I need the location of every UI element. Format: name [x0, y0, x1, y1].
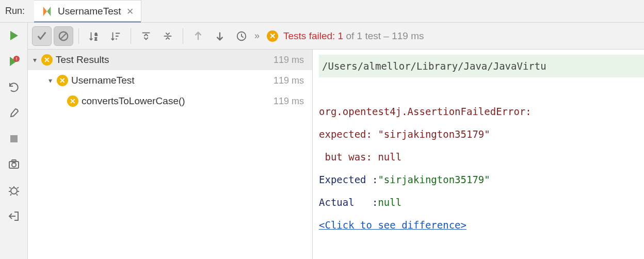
sort-alpha-icon[interactable]: az — [84, 26, 104, 46]
error-line: org.opentest4j.AssertionFailedError: — [319, 100, 644, 123]
stop-icon[interactable] — [6, 131, 22, 147]
debug-icon[interactable] — [6, 183, 22, 198]
error-line: but was: null — [319, 145, 644, 168]
cmd-line: /Users/almellor/Library/Java/JavaVirtu — [319, 55, 644, 77]
chevron-down-icon[interactable]: ▾ — [30, 56, 39, 64]
sort-duration-icon[interactable] — [106, 26, 125, 46]
status-summary-text: of 1 test – 119 ms — [343, 30, 424, 41]
run-config-icon — [41, 6, 53, 17]
tree-root-label: Test Results — [56, 54, 109, 66]
expected-line: Expected :"sirjakington35179" — [319, 168, 644, 191]
error-line: expected: "sirjakington35179" — [319, 123, 644, 145]
test-toolbar: az » ✕ Tests failed: 1 of 1 test – 119 m… — [28, 23, 644, 50]
status-failed-icon: ✕ — [267, 30, 278, 42]
fail-badge-icon: ✕ — [57, 75, 68, 86]
fail-badge-icon: ✕ — [41, 54, 53, 66]
actual-line: Actual :null — [319, 191, 644, 214]
tab-usernametest[interactable]: UsernameTest ✕ — [34, 0, 141, 22]
show-passed-toggle[interactable] — [32, 26, 52, 46]
dump-icon[interactable] — [6, 157, 22, 172]
chevron-down-icon[interactable]: ▾ — [45, 76, 55, 85]
next-fail-icon[interactable] — [210, 26, 230, 46]
tree-class-duration: 119 ms — [273, 75, 304, 86]
close-icon[interactable]: ✕ — [126, 6, 134, 17]
see-difference-link[interactable]: <Click to see difference> — [319, 219, 466, 231]
svg-point-6 — [11, 188, 17, 194]
rerun-failed-icon[interactable]: ! — [6, 54, 22, 69]
svg-rect-2 — [10, 135, 18, 142]
expand-all-icon[interactable] — [136, 26, 156, 46]
tree-root-row[interactable]: ▾ ✕ Test Results 119 ms — [28, 50, 312, 70]
settings-icon[interactable] — [6, 105, 22, 121]
svg-text:a: a — [95, 32, 98, 37]
svg-text:!: ! — [15, 56, 17, 61]
svg-point-4 — [12, 163, 16, 167]
tree-method-label: convertsToLowerCase() — [82, 95, 185, 107]
fail-badge-icon: ✕ — [67, 95, 78, 107]
tree-root-duration: 119 ms — [273, 55, 304, 66]
svg-text:z: z — [95, 37, 97, 41]
status-failed-text: Tests failed: 1 — [283, 30, 343, 41]
tab-title: UsernameTest — [58, 6, 121, 17]
tree-method-duration: 119 ms — [273, 96, 304, 107]
run-gutter: ! — [0, 23, 28, 259]
run-label: Run: — [0, 6, 34, 17]
history-icon[interactable] — [232, 26, 251, 46]
collapse-all-icon[interactable] — [158, 26, 178, 46]
tree-class-label: UsernameTest — [71, 75, 135, 86]
more-icon[interactable]: » — [254, 30, 260, 41]
tree-method-row[interactable]: ✕ convertsToLowerCase() 119 ms — [28, 91, 312, 111]
prev-fail-icon[interactable] — [188, 26, 208, 46]
test-tree[interactable]: ▾ ✕ Test Results 119 ms ▾ ✕ UsernameTest… — [28, 50, 313, 259]
toggle-autotest-icon[interactable] — [6, 79, 22, 95]
run-tool-tabbar: Run: UsernameTest ✕ — [0, 0, 644, 23]
tree-class-row[interactable]: ▾ ✕ UsernameTest 119 ms — [28, 70, 312, 91]
exit-icon[interactable] — [6, 208, 22, 224]
console-output[interactable]: /Users/almellor/Library/Java/JavaVirtu o… — [313, 50, 644, 259]
show-ignored-toggle[interactable] — [54, 26, 73, 46]
rerun-icon[interactable] — [6, 28, 22, 43]
